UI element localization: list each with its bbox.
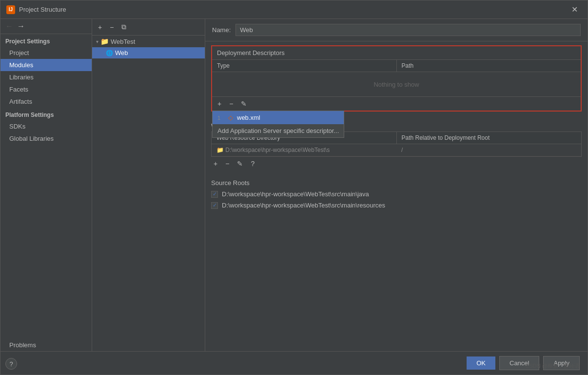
type-column-header: Type (212, 60, 397, 72)
sidebar-item-artifacts[interactable]: Artifacts (0, 95, 92, 108)
source-roots-section: Source Roots D:\workspace\hpr-workspace\… (211, 176, 582, 211)
app-icon: IJ (6, 5, 15, 14)
source-roots-title: Source Roots (211, 176, 582, 188)
deployment-table-header: Type Path (212, 60, 581, 72)
close-button[interactable]: ✕ (568, 3, 582, 16)
folder-row-icon: 📁 (216, 147, 224, 153)
source-root-path-0: D:\workspace\hpr-workspace\WebTest\src\m… (222, 190, 369, 198)
deployment-toolbar: + − ✎ 1 ◇ web.xml Add Application Server (212, 96, 581, 111)
deployment-table-body: Nothing to show (212, 72, 581, 96)
dropdown-item-appserver[interactable]: Add Application Server specific descript… (213, 124, 344, 137)
tree-folder-webtest[interactable]: ▾ 📁 WebTest (92, 36, 205, 47)
sidebar: ← → Project Settings Project Modules Lib… (0, 19, 92, 351)
folder-name: WebTest (111, 38, 135, 45)
web-resource-dir-cell: 📁 D:\workspace\hpr-workspace\WebTest\s (212, 144, 396, 156)
deployment-dropdown: 1 ◇ web.xml Add Application Server speci… (212, 111, 344, 138)
web-resource-add-button[interactable]: + (211, 159, 220, 169)
source-root-path-1: D:\workspace\hpr-workspace\WebTest\src\m… (222, 202, 385, 209)
source-root-item-0: D:\workspace\hpr-workspace\WebTest\src\m… (211, 188, 582, 200)
main-content: ← → Project Settings Project Modules Lib… (0, 19, 588, 351)
watermark: CSDN @柳絮，曾轻语 (526, 362, 580, 370)
sidebar-item-sdks[interactable]: SDKs (0, 120, 92, 132)
sidebar-item-global-libraries[interactable]: Global Libraries (0, 132, 92, 145)
nav-arrows: ← → (0, 19, 92, 34)
help-button[interactable]: ? (5, 358, 17, 370)
deployment-add-button[interactable]: + (215, 99, 224, 109)
web-resource-path-header: Path Relative to Deployment Root (397, 132, 582, 144)
web-resource-row: 📁 D:\workspace\hpr-workspace\WebTest\s / (212, 144, 581, 156)
sidebar-item-libraries[interactable]: Libraries (0, 71, 92, 83)
back-button[interactable]: ← (5, 22, 13, 31)
tree-remove-button[interactable]: − (108, 22, 116, 32)
web-resource-edit-button[interactable]: ✎ (235, 159, 245, 169)
path-column-header: Path (397, 60, 581, 72)
project-settings-label: Project Settings (0, 34, 92, 47)
source-root-checkbox-1[interactable] (211, 202, 218, 209)
deployment-descriptors-section: Deployment Descriptors Type Path Nothing… (211, 45, 582, 112)
chevron-icon: ▾ (96, 39, 98, 44)
platform-settings-label: Platform Settings (0, 108, 92, 120)
name-label: Name: (212, 26, 231, 34)
dropdown-item-icon: ◇ (228, 114, 233, 121)
sidebar-item-problems[interactable]: Problems (0, 339, 92, 351)
source-root-item-1: D:\workspace\hpr-workspace\WebTest\src\m… (211, 200, 582, 211)
source-root-checkbox-0[interactable] (211, 191, 218, 198)
sidebar-item-modules[interactable]: Modules (0, 59, 92, 71)
ok-button[interactable]: OK (467, 356, 495, 370)
web-resource-help-button[interactable]: ? (248, 159, 257, 169)
web-resource-toolbar: + − ✎ ? (211, 157, 582, 170)
deployment-descriptors-title: Deployment Descriptors (212, 46, 581, 60)
name-input[interactable] (235, 24, 581, 36)
bottom-bar: ? OK Cancel Apply CSDN @柳絮，曾轻语 (0, 351, 588, 375)
name-row: Name: (205, 19, 588, 41)
tree-copy-button[interactable]: ⧉ (119, 22, 128, 32)
module-name: Web (115, 49, 128, 56)
web-resource-dir-value: D:\workspace\hpr-workspace\WebTest\s (225, 147, 330, 153)
web-resource-path-cell: / (396, 144, 581, 156)
tree-content: ▾ 📁 WebTest 🌐 Web (92, 36, 205, 351)
tree-toolbar: + − ⧉ (92, 19, 205, 36)
sidebar-item-facets[interactable]: Facets (0, 83, 92, 95)
titlebar: IJ Project Structure ✕ (0, 0, 588, 19)
right-panel: + − ⧉ ▾ 📁 WebTest 🌐 Web (92, 19, 588, 351)
forward-button[interactable]: → (17, 22, 25, 31)
empty-text: Nothing to show (373, 81, 419, 88)
module-icon: 🌐 (106, 50, 113, 56)
project-structure-dialog: IJ Project Structure ✕ ← → Project Setti… (0, 0, 588, 375)
dropdown-item2-label: Add Application Server specific descript… (217, 127, 339, 134)
dropdown-item-webxml[interactable]: 1 ◇ web.xml (213, 111, 344, 124)
dropdown-item-label: web.xml (237, 114, 260, 121)
sidebar-item-project[interactable]: Project (0, 47, 92, 59)
dialog-title: Project Structure (19, 6, 568, 13)
web-resource-remove-button[interactable]: − (223, 159, 232, 169)
tree-item-web[interactable]: 🌐 Web (92, 47, 205, 58)
dropdown-item-number: 1 (217, 115, 224, 121)
deployment-remove-button[interactable]: − (227, 99, 235, 109)
config-panel: Name: Deployment Descriptors Type Path N… (205, 19, 588, 351)
tree-add-button[interactable]: + (96, 22, 104, 32)
folder-icon: 📁 (100, 38, 109, 45)
tree-panel: + − ⧉ ▾ 📁 WebTest 🌐 Web (92, 19, 205, 351)
deployment-edit-button[interactable]: ✎ (238, 99, 249, 109)
